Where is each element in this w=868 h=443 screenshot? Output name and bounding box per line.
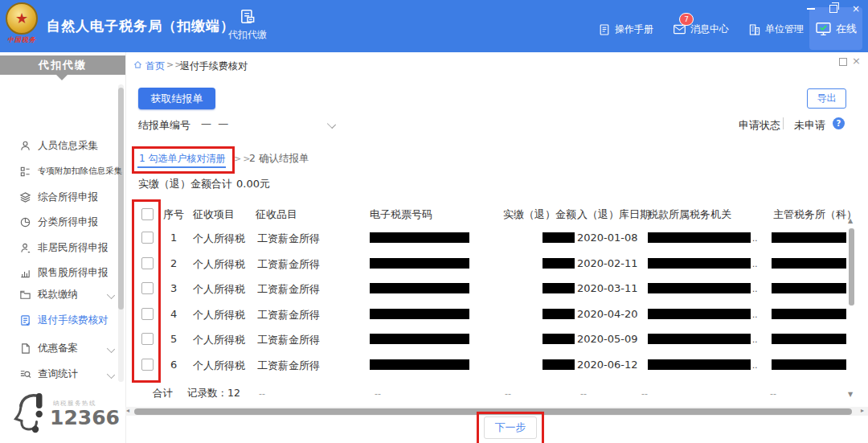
sidebar-item-1[interactable]: 人员信息采集 (0, 136, 125, 155)
cell-tax-category: 工资薪金所得 (257, 282, 320, 297)
cell-tax-item: 个人所得税 (193, 359, 245, 373)
redacted-tax-office (772, 359, 846, 370)
redacted-tax-office (772, 232, 846, 243)
cell-tax-item: 个人所得税 (193, 257, 245, 272)
close-button[interactable]: × (850, 3, 862, 14)
header-link-manual[interactable]: 操作手册 (598, 23, 653, 36)
scroll-down-icon[interactable]: ▼ (848, 391, 853, 398)
restore-button[interactable] (828, 3, 839, 14)
column-header: 电子税票号码 (370, 207, 432, 222)
header-link-label: 操作手册 (615, 23, 653, 36)
table-row: 2个人所得税工资薪金所得2020-02-11.. (0, 250, 868, 276)
ellipsis: .. (752, 260, 757, 269)
fetch-report-button[interactable]: 获取结报单 (138, 88, 215, 109)
table-row: 6个人所得税工资薪金所得2020-06-12.. (0, 351, 868, 377)
cell-entry-date: 2020-06-12 (577, 359, 638, 371)
redacted-amount (542, 283, 575, 293)
redacted-amount (542, 258, 575, 269)
cell-tax-category: 工资薪金所得 (257, 257, 320, 272)
header-tab-withholding[interactable]: 代扣代缴 (223, 8, 272, 42)
cell-tax-category: 工资薪金所得 (257, 359, 320, 373)
company-icon (748, 23, 761, 36)
cell-entry-date: 2020-01-08 (577, 232, 638, 244)
report-no-label: 结报单编号 (138, 118, 190, 133)
header-link-company[interactable]: 单位管理 (748, 23, 804, 36)
table-row: 4个人所得税工资薪金所得2020-04-20.. (0, 301, 868, 326)
help-icon[interactable]: ? (833, 117, 845, 129)
select-all-checkbox[interactable] (141, 208, 154, 220)
cell-seq-no: 5 (170, 333, 177, 345)
layers-icon (19, 191, 31, 203)
sidebar-header: 代扣代缴 (0, 55, 125, 75)
ellipsis: .. (752, 285, 757, 293)
redacted-tax-office (772, 334, 846, 344)
redacted-tax-authority (648, 232, 751, 243)
redacted-amount (542, 359, 575, 370)
message-badge: 7 (679, 13, 694, 26)
sidebar-item-2[interactable]: 专项附加扣除信息采集 (0, 162, 125, 181)
cell-seq-no: 4 (170, 308, 177, 320)
next-step-button[interactable]: 下一步 (484, 416, 537, 439)
step2-tab[interactable]: 2 确认结报单 (249, 152, 309, 166)
redacted-eticket-number (370, 232, 469, 243)
scroll-up-icon[interactable]: ▲ (848, 217, 853, 224)
row-checkbox[interactable] (141, 359, 154, 371)
footer-placeholder: -- (505, 388, 511, 399)
sidebar-item-3[interactable]: 综合所得申报 (0, 187, 125, 207)
minimize-button[interactable] (805, 3, 817, 14)
cell-seq-no: 2 (170, 257, 177, 269)
app-window: ★ 中国税务 自然人电子税务局（扣缴端） 代扣代缴 操作手册7消息中心单位管理 (0, 0, 868, 443)
step1-tab[interactable]: 1 勾选单户核对清册 (139, 152, 225, 166)
page-maximize-icon[interactable] (839, 58, 847, 66)
ellipsis: .. (752, 361, 757, 370)
chevron-down-icon[interactable] (327, 120, 336, 129)
redacted-amount (542, 309, 575, 319)
redacted-tax-office (772, 309, 846, 319)
vertical-scrollbar[interactable] (849, 228, 854, 306)
redacted-tax-office (772, 283, 846, 293)
row-checkbox[interactable] (141, 257, 154, 269)
person-icon (19, 140, 31, 152)
cell-seq-no: 3 (170, 282, 177, 294)
deduction-list-icon (19, 166, 31, 178)
footer-placeholder: -- (259, 388, 265, 399)
header-link-label: 单位管理 (765, 23, 804, 36)
column-header: 序号 (163, 207, 184, 222)
redacted-tax-authority (648, 359, 751, 370)
redacted-tax-office (772, 258, 846, 269)
redacted-eticket-number (370, 258, 469, 269)
table-row: 1个人所得税工资薪金所得2020-01-08.. (0, 224, 868, 250)
amount-total-label: 实缴（退）金额合计 (138, 177, 232, 191)
export-button[interactable]: 导出 (807, 88, 846, 109)
horizontal-scrollbar[interactable] (134, 408, 852, 415)
redacted-tax-authority (648, 309, 751, 319)
online-label: 在线 (836, 22, 857, 36)
scroll-right-icon[interactable]: ▸ (861, 407, 864, 414)
column-header: 征收品目 (256, 207, 297, 222)
row-checkbox[interactable] (141, 282, 154, 294)
scroll-left-icon[interactable]: ◂ (126, 407, 129, 414)
page-close-icon[interactable]: × (852, 55, 861, 67)
column-header: 实缴（退）金额 (503, 207, 576, 222)
footer-placeholder: -- (641, 388, 648, 399)
redacted-amount (542, 232, 575, 243)
breadcrumb-home[interactable]: 首页 (145, 59, 165, 73)
cell-tax-item: 个人所得税 (193, 333, 245, 347)
tax-bureau-logo: ★ 中国税务 (3, 2, 40, 50)
sidebar-item-label: 专项附加扣除信息采集 (38, 166, 122, 177)
cell-seq-no: 6 (170, 359, 177, 371)
cell-entry-date: 2020-04-20 (577, 308, 638, 320)
app-title: 自然人电子税务局（扣缴端） (47, 17, 235, 35)
row-checkbox[interactable] (141, 308, 154, 320)
column-header: 入（退）库日期 (577, 207, 650, 222)
cell-tax-category: 工资薪金所得 (257, 333, 320, 347)
row-checkbox[interactable] (141, 333, 154, 345)
report-no-select[interactable]: — — (201, 117, 230, 129)
national-emblem-icon: ★ (6, 2, 38, 35)
row-checkbox[interactable] (141, 232, 154, 244)
header-link-message[interactable]: 7消息中心 (673, 23, 729, 36)
footer-placeholder: -- (580, 388, 587, 399)
redacted-tax-authority (648, 334, 751, 344)
redacted-tax-authority (648, 258, 751, 269)
footer-placeholder: -- (375, 388, 381, 399)
